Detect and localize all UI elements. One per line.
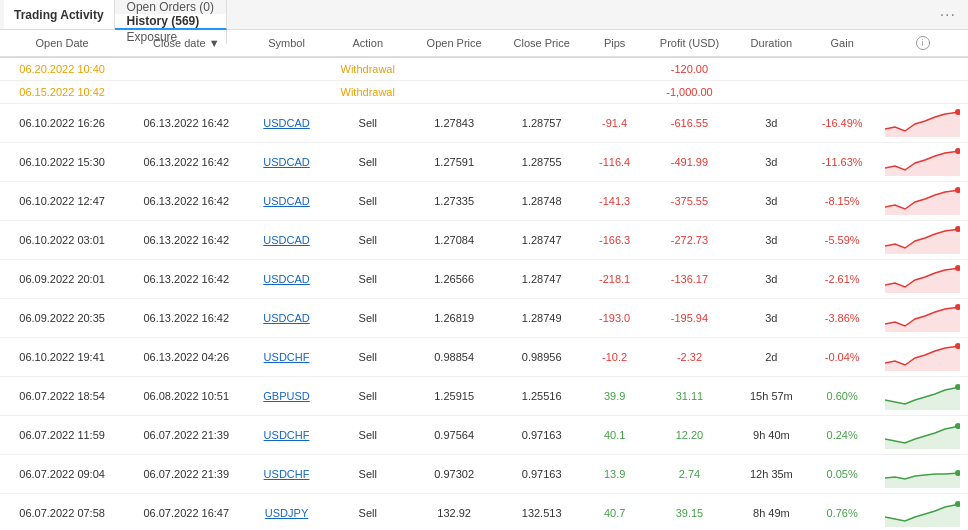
cell-open-date: 06.10.2022 16:26 <box>0 104 124 143</box>
cell-action: Withdrawal <box>325 57 411 81</box>
cell-close-date: 06.07.2022 21:39 <box>124 455 248 494</box>
cell-close-price: 1.28747 <box>498 221 586 260</box>
trading-activity-title: Trading Activity <box>4 0 115 29</box>
cell-close-price: 1.25516 <box>498 377 586 416</box>
cell-action: Sell <box>325 299 411 338</box>
table-container: Open DateClose date ▼SymbolActionOpen Pr… <box>0 30 968 530</box>
tab-bar: Trading Activity Open Trades (0)Open Ord… <box>0 0 968 30</box>
sparkline-chart <box>885 187 960 215</box>
cell-open-price <box>411 57 498 81</box>
cell-symbol[interactable]: USDCAD <box>248 104 324 143</box>
sparkline-chart <box>885 265 960 293</box>
table-row: 06.09.2022 20:3506.13.2022 16:42USDCADSe… <box>0 299 968 338</box>
cell-gain <box>807 81 877 104</box>
cell-pips: -218.1 <box>586 260 644 299</box>
cell-open-price: 0.97564 <box>411 416 498 455</box>
col-header-duration: Duration <box>735 30 807 57</box>
cell-profit: -2.32 <box>643 338 735 377</box>
more-options-icon[interactable]: ··· <box>932 6 964 24</box>
cell-pips: -116.4 <box>586 143 644 182</box>
cell-chart <box>877 57 968 81</box>
cell-gain <box>807 57 877 81</box>
sparkline-chart <box>885 499 960 527</box>
cell-open-price: 1.27591 <box>411 143 498 182</box>
cell-gain: 0.60% <box>807 377 877 416</box>
cell-duration: 3d <box>735 221 807 260</box>
cell-pips: -193.0 <box>586 299 644 338</box>
cell-symbol[interactable]: USDCHF <box>248 338 324 377</box>
cell-close-date: 06.07.2022 16:47 <box>124 494 248 531</box>
table-row: 06.07.2022 11:5906.07.2022 21:39USDCHFSe… <box>0 416 968 455</box>
cell-duration: 3d <box>735 260 807 299</box>
col-header-profit: Profit (USD) <box>643 30 735 57</box>
cell-chart <box>877 260 968 299</box>
cell-profit: -1,000.00 <box>643 81 735 104</box>
cell-gain: 0.24% <box>807 416 877 455</box>
cell-action: Sell <box>325 182 411 221</box>
sparkline-chart <box>885 226 960 254</box>
cell-gain: -11.63% <box>807 143 877 182</box>
cell-symbol[interactable]: USDCAD <box>248 299 324 338</box>
cell-profit: 39.15 <box>643 494 735 531</box>
cell-pips <box>586 57 644 81</box>
cell-profit: -136.17 <box>643 260 735 299</box>
cell-open-price <box>411 81 498 104</box>
cell-pips: 13.9 <box>586 455 644 494</box>
cell-symbol[interactable]: USDCHF <box>248 416 324 455</box>
cell-gain: -8.15% <box>807 182 877 221</box>
cell-symbol[interactable]: USDCHF <box>248 455 324 494</box>
sparkline-chart <box>885 382 960 410</box>
cell-action: Sell <box>325 260 411 299</box>
cell-open-date: 06.10.2022 12:47 <box>0 182 124 221</box>
cell-close-price: 1.28747 <box>498 260 586 299</box>
cell-duration <box>735 81 807 104</box>
cell-close-date <box>124 81 248 104</box>
cell-chart <box>877 338 968 377</box>
cell-symbol[interactable]: GBPUSD <box>248 377 324 416</box>
cell-gain: -0.04% <box>807 338 877 377</box>
table-body: 06.20.2022 10:40Withdrawal-120.0006.15.2… <box>0 57 968 530</box>
cell-action: Sell <box>325 104 411 143</box>
cell-symbol[interactable]: USDCAD <box>248 182 324 221</box>
cell-profit: 12.20 <box>643 416 735 455</box>
cell-close-date: 06.13.2022 16:42 <box>124 143 248 182</box>
cell-pips: -166.3 <box>586 221 644 260</box>
table-row: 06.15.2022 10:42Withdrawal-1,000.00 <box>0 81 968 104</box>
cell-pips: -10.2 <box>586 338 644 377</box>
tab-history[interactable]: History (569) <box>115 14 227 30</box>
tab-open-orders[interactable]: Open Orders (0) <box>115 0 227 14</box>
cell-close-price: 132.513 <box>498 494 586 531</box>
cell-symbol[interactable]: USDCAD <box>248 143 324 182</box>
cell-gain: -16.49% <box>807 104 877 143</box>
cell-open-price: 1.26819 <box>411 299 498 338</box>
table-row: 06.20.2022 10:40Withdrawal-120.00 <box>0 57 968 81</box>
cell-close-date: 06.13.2022 16:42 <box>124 104 248 143</box>
cell-action: Sell <box>325 338 411 377</box>
cell-duration: 3d <box>735 104 807 143</box>
table-row: 06.10.2022 19:4106.13.2022 04:26USDCHFSe… <box>0 338 968 377</box>
cell-symbol[interactable]: USDCAD <box>248 221 324 260</box>
col-header-gain: Gain <box>807 30 877 57</box>
table-row: 06.07.2022 07:5806.07.2022 16:47USDJPYSe… <box>0 494 968 531</box>
cell-action: Sell <box>325 221 411 260</box>
cell-action: Sell <box>325 494 411 531</box>
sparkline-chart <box>885 109 960 137</box>
cell-close-price: 1.28748 <box>498 182 586 221</box>
cell-symbol[interactable]: USDCAD <box>248 260 324 299</box>
cell-profit: -120.00 <box>643 57 735 81</box>
col-header-pips: Pips <box>586 30 644 57</box>
cell-action: Withdrawal <box>325 81 411 104</box>
info-icon[interactable]: i <box>916 36 930 50</box>
cell-symbol[interactable]: USDJPY <box>248 494 324 531</box>
cell-action: Sell <box>325 416 411 455</box>
cell-chart <box>877 143 968 182</box>
cell-open-price: 1.25915 <box>411 377 498 416</box>
cell-profit: -375.55 <box>643 182 735 221</box>
cell-close-price: 0.97163 <box>498 455 586 494</box>
cell-open-date: 06.15.2022 10:42 <box>0 81 124 104</box>
cell-close-price: 0.97163 <box>498 416 586 455</box>
sparkline-chart <box>885 421 960 449</box>
col-header-open_date: Open Date <box>0 30 124 57</box>
cell-chart <box>877 81 968 104</box>
table-row: 06.10.2022 12:4706.13.2022 16:42USDCADSe… <box>0 182 968 221</box>
